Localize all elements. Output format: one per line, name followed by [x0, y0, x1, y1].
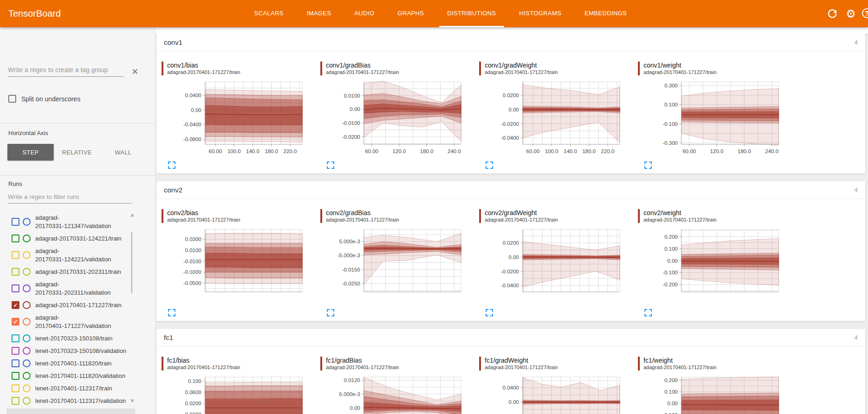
run-checkbox[interactable]: [12, 397, 19, 405]
nav-tabs: SCALARSIMAGESAUDIOGRAPHSDISTRIBUTIONSHIS…: [246, 0, 635, 27]
section-card-conv2: conv24conv2/biasadagrad-20170401-171227/…: [156, 181, 865, 321]
close-icon[interactable]: ✕: [131, 67, 138, 77]
run-radio[interactable]: [23, 235, 31, 242]
run-row[interactable]: adagrad-20170331-202311/train: [12, 266, 144, 278]
section-chart-count-badge: 4: [855, 334, 858, 341]
refresh-icon[interactable]: [827, 8, 838, 19]
svg-text:-0.0400: -0.0400: [501, 135, 519, 141]
svg-text:-0.0150: -0.0150: [342, 267, 360, 272]
expand-chart-button[interactable]: [486, 161, 493, 169]
runs-scrollbar[interactable]: [131, 232, 132, 293]
axis-button-wall[interactable]: WALL: [100, 144, 146, 161]
tab-embeddings[interactable]: EMBEDDINGS: [577, 0, 635, 27]
expand-chart-button[interactable]: [168, 309, 175, 316]
toggle-all-runs-button[interactable]: TOGGLE ALL RUNS: [6, 408, 135, 414]
run-checkbox[interactable]: [12, 384, 19, 392]
chart-run-name: adagrad-20170401-171227/train: [167, 216, 313, 223]
run-checkbox[interactable]: [12, 235, 19, 242]
tab-graphs[interactable]: GRAPHS: [390, 0, 432, 27]
distribution-chart: 5.000e-3-5.000e-3-0.0150-0.0250: [322, 226, 466, 299]
run-radio[interactable]: [23, 347, 31, 355]
run-radio[interactable]: [23, 251, 31, 259]
run-checkbox[interactable]: [12, 284, 19, 292]
run-row[interactable]: adagrad-20170331-202311/validation: [12, 278, 144, 299]
run-row[interactable]: lenet-20170401-111820/train: [12, 357, 144, 370]
runs-regex-input[interactable]: [8, 192, 131, 204]
help-icon[interactable]: ?: [862, 8, 868, 18]
distribution-chart: 0.1000.06000.0200-0.0200-0.060060.00100.…: [163, 373, 307, 414]
chart-tag-name: conv2/weight: [643, 209, 790, 216]
charts-row: fc1/biasadagrad-20170401-171227/train0.1…: [156, 346, 865, 414]
run-radio[interactable]: [23, 334, 31, 342]
tab-audio[interactable]: AUDIO: [346, 0, 382, 27]
gear-icon[interactable]: ⚙: [845, 8, 856, 19]
chevron-up-icon[interactable]: ˄: [131, 212, 134, 219]
svg-text:-0.100: -0.100: [662, 270, 678, 275]
tab-distributions[interactable]: DISTRIBUTIONS: [439, 0, 504, 27]
svg-text:0.300: 0.300: [664, 83, 678, 88]
svg-text:-0.0100: -0.0100: [183, 259, 201, 264]
run-radio[interactable]: [23, 284, 31, 292]
svg-text:0.100: 0.100: [664, 102, 678, 107]
tab-histograms[interactable]: HISTOGRAMS: [512, 0, 569, 27]
run-radio[interactable]: [23, 301, 31, 309]
svg-text:0.200: 0.200: [664, 377, 678, 383]
run-row[interactable]: lenet-20170401-112317/validation: [12, 395, 144, 407]
chevron-down-icon[interactable]: ˅: [131, 397, 134, 404]
svg-text:0.00: 0.00: [668, 258, 678, 264]
run-checkbox[interactable]: [12, 218, 19, 226]
section-header-conv2[interactable]: conv24: [156, 181, 865, 199]
run-radio[interactable]: [23, 384, 31, 392]
section-header-fc1[interactable]: fc14: [156, 329, 865, 346]
divider: [0, 123, 156, 124]
run-checkbox[interactable]: [12, 359, 19, 367]
run-row[interactable]: lenet-20170401-112317/train: [12, 382, 144, 395]
run-radio[interactable]: [23, 318, 31, 326]
run-row[interactable]: ✓adagrad-20170401-171227/validation: [12, 311, 144, 332]
run-checkbox[interactable]: ✓: [12, 301, 19, 309]
chart-tag-name: conv1/weight: [643, 62, 790, 69]
svg-text:-0.0100: -0.0100: [342, 120, 360, 126]
run-checkbox[interactable]: ✓: [12, 318, 19, 326]
run-radio[interactable]: [23, 268, 31, 276]
run-row[interactable]: ✓adagrad-20170401-171227/train: [12, 299, 144, 311]
tab-scalars[interactable]: SCALARS: [246, 0, 292, 27]
run-row[interactable]: adagrad-20170331-124221/validation: [12, 245, 144, 266]
svg-text:120.0: 120.0: [393, 148, 406, 154]
run-row[interactable]: adagrad-20170331-121347/validation: [12, 211, 144, 232]
expand-chart-button[interactable]: [327, 309, 334, 316]
run-row[interactable]: adagrad-20170331-124221/train: [12, 232, 144, 245]
svg-text:0.200: 0.200: [664, 234, 678, 240]
axis-button-relative[interactable]: RELATIVE: [54, 144, 100, 161]
run-label: adagrad-20170401-171227/validation: [35, 314, 111, 330]
expand-chart-button[interactable]: [168, 161, 175, 169]
checkbox-icon[interactable]: [8, 95, 16, 103]
split-on-underscores-toggle[interactable]: Split on underscores: [8, 95, 81, 103]
run-radio[interactable]: [23, 218, 31, 226]
run-row[interactable]: lenet-20170401-111820/validation: [12, 370, 144, 382]
expand-chart-button[interactable]: [486, 309, 493, 316]
chart-tag-header: conv1/gradBiasadagrad-20170401-171227/tr…: [320, 62, 472, 75]
run-list: adagrad-20170331-121347/validationadagra…: [0, 211, 144, 409]
chart-tile: conv2/biasadagrad-20170401-171227/train0…: [161, 209, 313, 316]
run-radio[interactable]: [23, 397, 31, 405]
run-checkbox[interactable]: [12, 334, 19, 342]
run-row[interactable]: lenet-20170323-150108/validation: [12, 345, 144, 357]
expand-chart-button[interactable]: [327, 161, 334, 169]
chart-tile: fc1/gradWeightadagrad-20170401-171227/tr…: [478, 357, 631, 414]
run-radio[interactable]: [23, 372, 31, 380]
expand-chart-button[interactable]: [644, 309, 652, 316]
chart-run-name: adagrad-20170401-171227/train: [485, 216, 631, 223]
axis-button-step[interactable]: STEP: [7, 144, 54, 161]
distribution-chart: 0.01206.000e-30.00-6.000e-360.00120.0180…: [322, 373, 466, 414]
run-radio[interactable]: [23, 359, 31, 367]
tag-regex-input[interactable]: [8, 64, 124, 77]
tab-images[interactable]: IMAGES: [299, 0, 339, 27]
run-checkbox[interactable]: [12, 347, 19, 355]
run-checkbox[interactable]: [12, 372, 19, 380]
run-checkbox[interactable]: [12, 251, 19, 259]
expand-chart-button[interactable]: [644, 161, 652, 169]
section-header-conv1[interactable]: conv14: [156, 34, 865, 51]
run-checkbox[interactable]: [12, 268, 19, 276]
run-row[interactable]: lenet-20170323-150108/train: [12, 332, 144, 345]
